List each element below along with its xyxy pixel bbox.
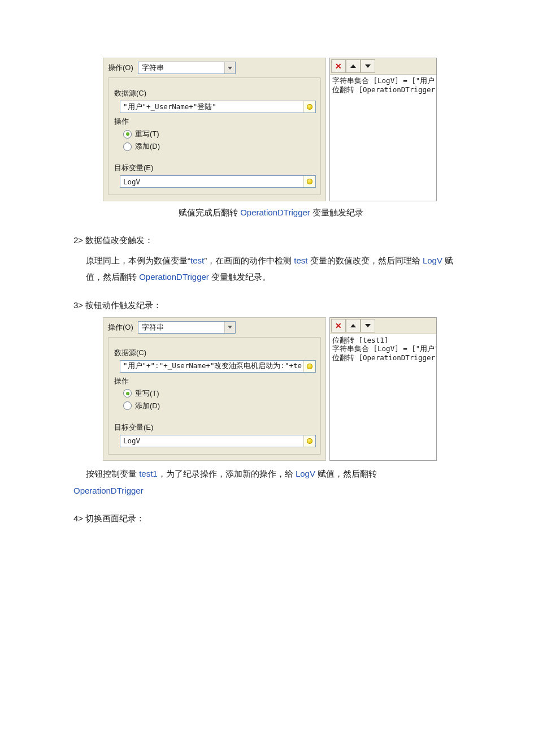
arrow-up-icon: [350, 64, 356, 68]
delete-button[interactable]: ✕: [331, 59, 346, 73]
move-up-button[interactable]: [346, 319, 361, 332]
caption-2-line2: OperationDTrigger: [73, 484, 461, 498]
x-icon: ✕: [335, 321, 342, 330]
radio-append[interactable]: 添加(D): [123, 141, 316, 152]
oplist-toolbar: ✕: [330, 58, 436, 75]
radio-append-label: 添加(D): [135, 401, 160, 411]
radio-append-input[interactable]: [123, 401, 132, 410]
radio-rewrite[interactable]: 重写(T): [123, 388, 316, 399]
panel1-subpanel: 数据源(C) "用户"+_UserName+"登陆" 操作 重写(T) 添加(D…: [108, 77, 321, 195]
datasource-label: 数据源(C): [114, 88, 316, 98]
radio-append-input[interactable]: [123, 142, 132, 151]
operation-group-label: 操作: [114, 116, 316, 127]
list-item: 字符串集合 [LogV] = ["用户": [332, 344, 434, 353]
datasource-value: "用户"+_UserName+"登陆": [120, 102, 303, 112]
arrow-down-icon: [365, 324, 371, 327]
chevron-down-icon: [228, 67, 232, 70]
radio-rewrite-input[interactable]: [123, 389, 132, 398]
radio-rewrite-label: 重写(T): [135, 388, 159, 399]
bulb-icon: [307, 104, 312, 110]
radio-append-label: 添加(D): [135, 141, 160, 152]
datasource-input[interactable]: "用户"+":"+_UserName+"改变油泵电机启动为:"+te: [120, 360, 316, 373]
config-panel-2: 操作(O) 字符串 数据源(C) "用户"+":"+_UserName+"改变油…: [103, 317, 461, 461]
bulb-icon: [307, 179, 312, 184]
radio-rewrite-label: 重写(T): [135, 129, 159, 139]
radio-append[interactable]: 添加(D): [123, 401, 316, 411]
dropdown-button[interactable]: [224, 62, 235, 74]
hint-button[interactable]: [303, 176, 315, 187]
move-down-button[interactable]: [361, 319, 375, 332]
list-item: 位翻转 [OperationDTrigger]: [332, 353, 434, 362]
panel1-oplist: ✕ 字符串集合 [LogV] = ["用户 位翻转 [OperationDTri…: [329, 58, 437, 201]
hint-button[interactable]: [303, 361, 315, 372]
operation-group-label: 操作: [114, 376, 316, 386]
item-2-body: 原理同上，本例为数值变量“test”，在画面的动作中检测 test 变量的数值改…: [86, 252, 461, 286]
panel2-subpanel: 数据源(C) "用户"+":"+_UserName+"改变油泵电机启动为:"+t…: [108, 337, 321, 455]
operation-dropdown[interactable]: 字符串: [138, 62, 236, 74]
move-up-button[interactable]: [346, 59, 361, 73]
arrow-down-icon: [365, 64, 371, 68]
oplist-toolbar: ✕: [330, 318, 436, 334]
datasource-input[interactable]: "用户"+_UserName+"登陆": [120, 101, 316, 113]
hint-button[interactable]: [303, 435, 315, 447]
caption-1: 赋值完成后翻转 OperationDTrigger 变量触发纪录: [103, 206, 439, 220]
dropdown-button[interactable]: [224, 322, 235, 333]
caption-2: 按钮控制变量 test1，为了纪录操作，添加新的操作，给 LogV 赋值，然后翻…: [86, 465, 461, 482]
chevron-down-icon: [228, 326, 232, 329]
move-down-button[interactable]: [361, 59, 375, 73]
target-var-label: 目标变量(E): [114, 422, 316, 433]
delete-button[interactable]: ✕: [331, 319, 346, 332]
panel2-form: 操作(O) 字符串 数据源(C) "用户"+":"+_UserName+"改变油…: [103, 317, 326, 461]
x-icon: ✕: [335, 62, 342, 71]
item-3-heading: 3> 按钮动作触发纪录：: [73, 299, 461, 313]
hint-button[interactable]: [303, 101, 315, 113]
oplist-content[interactable]: 位翻转 [test1] 字符串集合 [LogV] = ["用户" 位翻转 [Op…: [330, 334, 436, 460]
target-var-value: LogV: [120, 437, 303, 445]
item-2-heading: 2> 数据值改变触发：: [73, 234, 461, 248]
bulb-icon: [307, 364, 312, 369]
target-var-label: 目标变量(E): [114, 163, 316, 173]
target-var-input[interactable]: LogV: [120, 435, 316, 447]
datasource-value: "用户"+":"+_UserName+"改变油泵电机启动为:"+te: [120, 361, 303, 371]
radio-rewrite[interactable]: 重写(T): [123, 129, 316, 139]
list-item: 位翻转 [OperationDTrigger]: [332, 85, 434, 94]
panel1-form: 操作(O) 字符串 数据源(C) "用户"+_UserName+"登陆" 操作 …: [103, 58, 326, 201]
bulb-icon: [307, 438, 312, 444]
datasource-label: 数据源(C): [114, 348, 316, 358]
radio-rewrite-input[interactable]: [123, 130, 132, 139]
operation-dropdown[interactable]: 字符串: [138, 321, 236, 334]
oplist-content[interactable]: 字符串集合 [LogV] = ["用户 位翻转 [OperationDTrigg…: [330, 75, 436, 201]
item-4-heading: 4> 切换画面纪录：: [73, 512, 461, 526]
list-item: 位翻转 [test1]: [332, 336, 434, 345]
list-item: 字符串集合 [LogV] = ["用户: [332, 76, 434, 85]
operation-label: 操作(O): [108, 322, 133, 332]
target-var-value: LogV: [120, 178, 303, 186]
arrow-up-icon: [350, 324, 356, 327]
config-panel-1: 操作(O) 字符串 数据源(C) "用户"+_UserName+"登陆" 操作 …: [103, 58, 461, 201]
panel2-oplist: ✕ 位翻转 [test1] 字符串集合 [LogV] = ["用户" 位翻转 […: [329, 317, 437, 461]
operation-value: 字符串: [138, 63, 224, 73]
operation-label: 操作(O): [108, 63, 133, 73]
operation-value: 字符串: [138, 322, 224, 332]
target-var-input[interactable]: LogV: [120, 175, 316, 188]
